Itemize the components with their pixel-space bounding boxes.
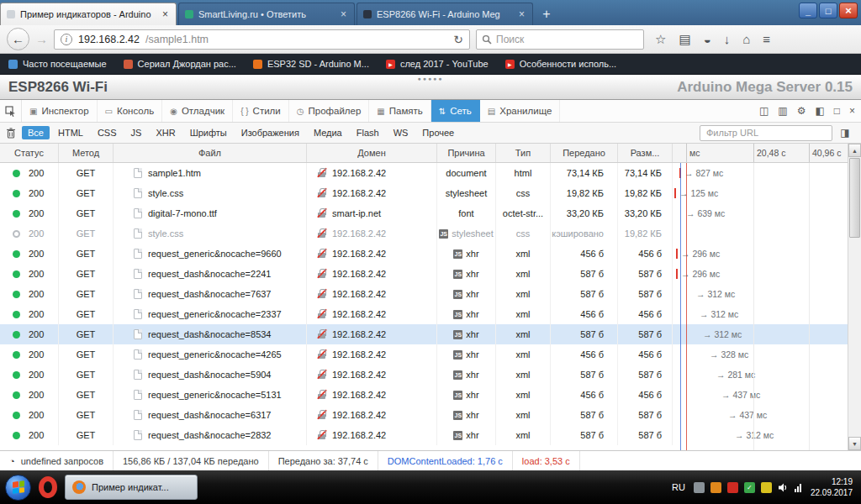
maximize-button[interactable]: □ xyxy=(819,3,837,18)
devtools-tab[interactable]: ▦Память xyxy=(369,100,431,122)
filter-button[interactable]: Flash xyxy=(351,126,385,139)
url-bar[interactable]: i 192.168.2.42 /sample1.htm ↻ xyxy=(54,29,470,50)
start-button[interactable] xyxy=(5,475,31,501)
separate-window-icon[interactable]: □ xyxy=(834,105,840,117)
volume-icon[interactable] xyxy=(778,482,789,493)
column-header[interactable]: Статус xyxy=(0,144,59,162)
bookmark-item[interactable]: Часто посещаемые xyxy=(8,59,107,69)
column-header[interactable]: Передано xyxy=(551,144,618,162)
bookmark-star-icon[interactable]: ☆ xyxy=(655,33,666,45)
firefox-task-button[interactable]: Пример индикат... xyxy=(65,475,198,500)
url-filter-input[interactable] xyxy=(700,125,832,141)
browser-tab[interactable]: ESP8266 Wi-Fi - Arduino Meg× xyxy=(357,3,533,25)
back-button[interactable]: ← xyxy=(7,28,29,50)
tray-shield-icon[interactable]: ✓ xyxy=(744,482,755,493)
request-row[interactable]: 200GETrequest_dash&nocache=7637192.168.2… xyxy=(0,284,848,304)
bookmark-item[interactable]: ▶след 2017 - YouTube xyxy=(386,59,489,69)
request-row[interactable]: 200GETrequest_generic&nocache=2337192.16… xyxy=(0,304,848,324)
tab-close-icon[interactable]: × xyxy=(339,8,348,20)
request-row[interactable]: 200GETstyle.css192.168.2.42JSstylesheetc… xyxy=(0,223,848,244)
settings-gear-icon[interactable]: ⚙ xyxy=(797,105,806,117)
toggle-details-pane-icon[interactable]: ◨ xyxy=(835,127,855,139)
filter-button[interactable]: Прочее xyxy=(416,126,460,139)
column-header[interactable]: Метод xyxy=(59,144,114,162)
request-row[interactable]: 200GETrequest_dash&nocache=2241192.168.2… xyxy=(0,264,848,284)
filter-button[interactable]: CSS xyxy=(92,126,123,139)
devtools-tab[interactable]: ▤Хранилище xyxy=(480,100,561,122)
filter-button[interactable]: JS xyxy=(125,126,148,139)
scrollbar-thumb[interactable] xyxy=(849,158,860,238)
filter-button[interactable]: WS xyxy=(388,126,415,139)
filter-button[interactable]: HTML xyxy=(52,126,89,139)
devtools-tab[interactable]: { }Стили xyxy=(233,100,289,122)
request-row[interactable]: 200GETstyle.css192.168.2.42stylesheetcss… xyxy=(0,183,848,203)
request-row[interactable]: 200GETrequest_dash&nocache=6317192.168.2… xyxy=(0,405,848,425)
devtools-tab[interactable]: ▣Инспектор xyxy=(22,100,98,122)
filter-button[interactable]: Все xyxy=(22,126,50,139)
tray-battery-icon[interactable] xyxy=(761,482,772,493)
devtools-tab[interactable]: ◷Профайлер xyxy=(289,100,370,122)
bookmark-item[interactable]: Сериал Джордан рас... xyxy=(124,59,236,69)
tray-antivirus-icon[interactable] xyxy=(727,482,738,493)
request-row[interactable]: 200GETrequest_dash&nocache=8534192.168.2… xyxy=(0,324,848,344)
language-indicator[interactable]: RU xyxy=(669,482,688,492)
insecure-lock-icon xyxy=(317,269,326,279)
filter-button[interactable]: Шрифты xyxy=(184,126,233,139)
reload-icon[interactable]: ↻ xyxy=(453,33,463,46)
request-row[interactable]: 200GETrequest_generic&nocache=4265192.16… xyxy=(0,344,848,365)
search-bar[interactable] xyxy=(476,29,644,50)
column-header[interactable]: Причина xyxy=(437,144,496,162)
task-button-label: Пример индикат... xyxy=(92,482,169,492)
table-scrollbar[interactable]: ▲ ▼ xyxy=(848,144,861,450)
menu-icon[interactable]: ≡ xyxy=(763,33,770,45)
home-icon[interactable]: ⌂ xyxy=(742,33,750,45)
node-picker-icon[interactable] xyxy=(0,100,22,122)
tray-tools-icon[interactable] xyxy=(694,482,705,493)
close-devtools-icon[interactable]: × xyxy=(849,105,855,117)
column-header[interactable]: Тип xyxy=(496,144,551,162)
timings-icon[interactable]: ◔ xyxy=(9,456,15,466)
new-tab-button[interactable]: + xyxy=(535,3,558,25)
downloads-icon[interactable]: ↓ xyxy=(724,33,731,45)
network-statusbar: ◔ undefined запросов 156,86 КБ / 137,04 … xyxy=(0,450,861,470)
filter-button[interactable]: XHR xyxy=(150,126,181,139)
tray-updater-icon[interactable] xyxy=(710,482,721,493)
browser-tab[interactable]: SmartLiving.ru • Ответить× xyxy=(178,3,355,25)
column-header-timeline[interactable]: мс20,48 с40,96 с xyxy=(673,144,848,162)
devtools-tab[interactable]: ◉Отладчик xyxy=(162,100,233,122)
search-input[interactable] xyxy=(496,34,638,45)
scroll-up-icon[interactable]: ▲ xyxy=(848,144,861,157)
browser-tab[interactable]: Пример индикаторов - Arduino× xyxy=(0,3,177,25)
scroll-down-icon[interactable]: ▼ xyxy=(848,437,861,450)
filter-button[interactable]: Медиа xyxy=(308,126,348,139)
request-row[interactable]: 200GETrequest_generic&nocache=9660192.16… xyxy=(0,244,848,264)
request-row[interactable]: 200GETrequest_generic&nocache=5131192.16… xyxy=(0,385,848,405)
column-header[interactable]: Домен xyxy=(307,144,437,162)
column-header[interactable]: Файл xyxy=(114,144,307,162)
column-header[interactable]: Разм... xyxy=(618,144,673,162)
devtools-tab[interactable]: ▭Консоль xyxy=(98,100,163,122)
bookmark-item[interactable]: ▶Особенности исполь... xyxy=(505,59,616,69)
filter-button[interactable]: Изображения xyxy=(235,126,305,139)
bookmarks-menu-icon[interactable]: ▤ xyxy=(679,33,690,45)
request-row[interactable]: 200GETrequest_dash&nocache=2832192.168.2… xyxy=(0,425,848,445)
minimize-button[interactable]: _ xyxy=(799,3,817,18)
request-row[interactable]: 200GETsample1.htm192.168.2.42documenthtm… xyxy=(0,163,848,183)
type-cell: xml xyxy=(496,405,551,425)
tab-close-icon[interactable]: × xyxy=(517,8,526,20)
tab-close-icon[interactable]: × xyxy=(161,8,170,20)
responsive-mode-icon[interactable]: ▥ xyxy=(778,105,787,117)
clear-requests-icon[interactable] xyxy=(6,128,16,139)
site-info-icon[interactable]: i xyxy=(61,34,72,45)
close-window-button[interactable]: × xyxy=(839,3,858,18)
opera-taskbar-icon[interactable] xyxy=(39,476,57,498)
dock-side-icon[interactable]: ◧ xyxy=(815,105,824,117)
request-row[interactable]: 200GETdigital-7-mono.ttfsmart-ip.netfont… xyxy=(0,203,848,223)
pocket-icon[interactable]: ◒ xyxy=(704,33,711,45)
bookmark-item[interactable]: ESP32 SD - Arduino M... xyxy=(253,59,369,69)
request-row[interactable]: 200GETrequest_dash&nocache=5904192.168.2… xyxy=(0,365,848,385)
devtools-tab[interactable]: ⇅Сеть xyxy=(431,100,480,122)
network-signal-icon[interactable] xyxy=(795,483,801,492)
forward-button[interactable]: → xyxy=(35,32,48,46)
dock-bottom-icon[interactable]: ◫ xyxy=(759,105,769,117)
